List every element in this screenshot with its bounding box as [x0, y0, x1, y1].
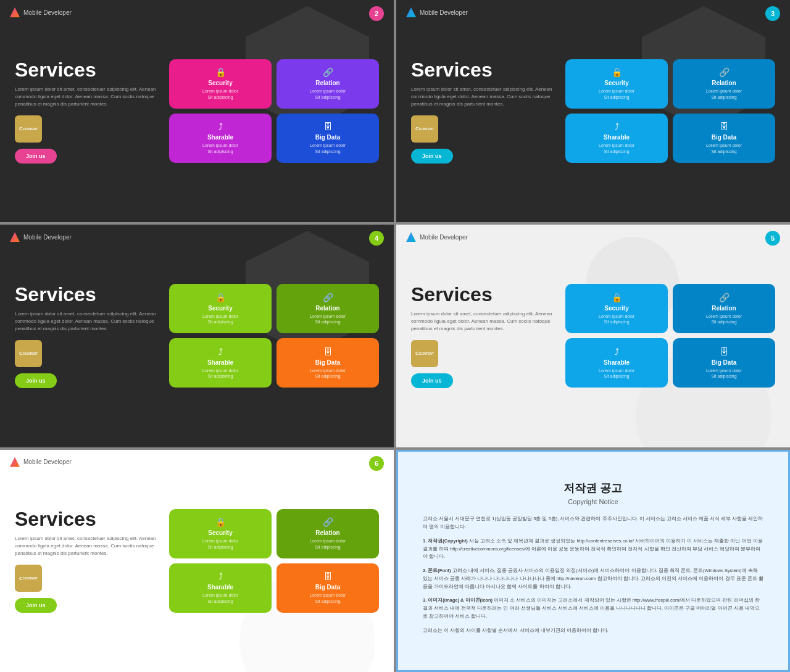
slide-title-5: Services — [15, 508, 157, 530]
card-bigdata-1: 🗄 Big Data Lorem ipsum dolorSit adipisci… — [276, 114, 379, 163]
logo-area-2: Mobile Developer — [406, 7, 468, 17]
card-desc-security-1: Lorem ipsum dolorSit adipiscing — [202, 88, 238, 101]
join-btn-3[interactable]: Join us — [15, 373, 57, 388]
slide-num-3: 4 — [369, 231, 384, 246]
data-icon-3: 🗄 — [323, 347, 332, 357]
card-desc-security-3: Lorem ipsum dolorSit adipiscing — [202, 313, 238, 326]
copyright-section-outro: 고려소는 이 사항의 사이를 사항별 순서에서 서비스에 내부기관의 이용하여야… — [423, 627, 763, 635]
card-sharable-4: ⤴ Sharable Lorem ipsum dolorSit adipisci… — [565, 338, 668, 388]
link-icon-4: 🔗 — [719, 292, 730, 302]
share-icon-4: ⤴ — [615, 347, 619, 357]
copyright-section-3: 3. 이미지(Image) & 아이콘(Icon) 이미지 소 서비스의 이미지… — [423, 597, 763, 620]
card-relation-1: 🔗 Relation Lorem ipsum dolorSit adipisci… — [276, 59, 379, 109]
copyright-section-2: 2. 폰트(Font) 고려소 내에 서비스, 집중 공료사 서비스의 이용일정… — [423, 567, 763, 591]
card-security-2: 🔒 Security Lorem ipsum dolorSit adipisci… — [565, 59, 668, 109]
logo-text-2: Mobile Developer — [420, 9, 468, 16]
link-icon-2: 🔗 — [719, 67, 730, 77]
slide-2: Mobile Developer 3 Services Lorem ipsum … — [396, 0, 790, 222]
slide-title-4: Services — [411, 284, 553, 305]
content-logo-2: CCONTENT — [411, 115, 438, 143]
data-icon-5: 🗄 — [323, 571, 332, 581]
logo-icon-2 — [406, 7, 416, 17]
card-desc-sharable-2: Lorem ipsum dolorSit adipiscing — [599, 143, 634, 155]
share-icon-3: ⤴ — [218, 347, 223, 357]
card-bigdata-2: 🗄 Big Data Lorem ipsum dolorSit adipisci… — [673, 114, 775, 163]
slide-title-2: Services — [411, 59, 553, 81]
card-desc-bigdata-3: Lorem ipsum dolorSit adipiscing — [310, 368, 346, 380]
card-title-sharable-3: Sharable — [207, 359, 233, 366]
card-title-bigdata-2: Big Data — [712, 134, 737, 141]
card-title-relation-1: Relation — [315, 80, 339, 86]
slide-copyright: 저작권 공고 Copyright Notice 고려소 서울시 서대문구 연천로… — [396, 450, 790, 672]
logo-icon-5 — [10, 457, 20, 467]
link-icon-5: 🔗 — [323, 517, 333, 527]
card-title-relation-3: Relation — [315, 305, 339, 312]
card-title-security-5: Security — [208, 529, 232, 536]
card-bigdata-4: 🗄 Big Data Lorem ipsum dolorSit adipisci… — [673, 338, 775, 388]
card-desc-bigdata-5: Lorem ipsum dolorSit adipiscing — [310, 592, 346, 605]
content-logo-1: CCONTENT — [15, 115, 42, 143]
slide-title-3: Services — [15, 284, 157, 305]
card-title-sharable-5: Sharable — [207, 584, 233, 591]
slide-3: Mobile Developer 4 Services Lorem ipsum … — [0, 225, 394, 447]
card-desc-bigdata-4: Lorem ipsum dolorSit adipiscing — [706, 368, 742, 380]
card-relation-3: 🔗 Relation Lorem ipsum dolorSit adipisci… — [276, 284, 379, 333]
text-area-5: Services Lorem ipsum dolor sit amet, con… — [15, 508, 157, 613]
card-title-bigdata-5: Big Data — [315, 584, 341, 591]
slide-desc-2: Lorem ipsum dolor sit amet, consectetuer… — [411, 86, 553, 108]
lock-icon-5: 🔒 — [215, 517, 226, 527]
logo-area-3: Mobile Developer — [10, 232, 72, 242]
logo-text-4: Mobile Developer — [420, 234, 468, 241]
card-sharable-2: ⤴ Sharable Lorem ipsum dolorSit adipisci… — [565, 114, 668, 163]
share-icon-5: ⤴ — [218, 571, 223, 581]
text-area-3: Services Lorem ipsum dolor sit amet, con… — [15, 284, 157, 388]
join-btn-5[interactable]: Join us — [15, 598, 57, 613]
card-bigdata-5: 🗄 Big Data Lorem ipsum dolorSit adipisci… — [276, 563, 379, 613]
lock-icon-4: 🔒 — [612, 292, 622, 302]
card-desc-security-5: Lorem ipsum dolorSit adipiscing — [202, 538, 238, 550]
join-btn-4[interactable]: Join us — [411, 373, 453, 388]
card-bigdata-3: 🗄 Big Data Lorem ipsum dolorSit adipisci… — [276, 338, 379, 388]
content-logo-4: CCONTENT — [411, 340, 438, 367]
copyright-body: 고려소 서울시 서대문구 연천로 1(상암동 공암빌딩 3층 및 5층), 서비… — [423, 515, 763, 641]
card-security-4: 🔒 Security Lorem ipsum dolorSit adipisci… — [565, 284, 668, 333]
card-security-1: 🔒 Security Lorem ipsum dolorSit adipisci… — [169, 59, 272, 109]
lock-icon-1: 🔒 — [215, 67, 226, 77]
card-title-sharable-2: Sharable — [604, 134, 630, 141]
card-desc-sharable-1: Lorem ipsum dolorSit adipiscing — [202, 143, 238, 155]
cards-grid-4: 🔒 Security Lorem ipsum dolorSit adipisci… — [565, 284, 775, 388]
slide-num-5: 6 — [369, 456, 384, 471]
card-title-bigdata-3: Big Data — [315, 359, 341, 366]
join-btn-2[interactable]: Join us — [411, 149, 453, 164]
link-icon-1: 🔗 — [323, 67, 333, 77]
text-area-4: Services Lorem ipsum dolor sit amet, con… — [411, 284, 553, 388]
copyright-section-intro: 고려소 서울시 서대문구 연천로 1(상암동 공암빌딩 3층 및 5층), 서비… — [423, 515, 763, 531]
card-security-3: 🔒 Security Lorem ipsum dolorSit adipisci… — [169, 284, 272, 333]
content-logo-3: CCONTENT — [15, 340, 42, 367]
slide-num-2: 3 — [765, 6, 780, 21]
cards-grid-1: 🔒 Security Lorem ipsum dolorSit adipisci… — [169, 59, 379, 163]
cards-grid-2: 🔒 Security Lorem ipsum dolorSit adipisci… — [565, 59, 775, 163]
card-sharable-3: ⤴ Sharable Lorem ipsum dolorSit adipisci… — [169, 338, 272, 388]
card-desc-relation-4: Lorem ipsum dolorSit adipiscing — [706, 313, 742, 326]
slide-desc-5: Lorem ipsum dolor sit amet, consectetuer… — [15, 535, 157, 557]
card-desc-security-2: Lorem ipsum dolorSit adipiscing — [599, 88, 634, 101]
card-title-relation-5: Relation — [315, 529, 339, 536]
copyright-title: 저작권 공고 — [423, 481, 763, 496]
share-icon-2: ⤴ — [615, 122, 619, 131]
link-icon-3: 🔗 — [323, 292, 333, 302]
card-relation-5: 🔗 Relation Lorem ipsum dolorSit adipisci… — [276, 509, 379, 558]
logo-icon-3 — [10, 232, 20, 242]
slide-4: Mobile Developer 5 Services Lorem ipsum … — [396, 225, 790, 447]
card-title-relation-4: Relation — [712, 305, 736, 312]
card-desc-relation-1: Lorem ipsum dolorSit adipiscing — [310, 88, 346, 101]
card-desc-sharable-3: Lorem ipsum dolorSit adipiscing — [202, 368, 238, 380]
card-sharable-5: ⤴ Sharable Lorem ipsum dolorSit adipisci… — [169, 563, 272, 613]
card-desc-bigdata-1: Lorem ipsum dolorSit adipiscing — [310, 143, 346, 155]
slide-desc-4: Lorem ipsum dolor sit amet, consectetuer… — [411, 310, 553, 333]
join-btn-1[interactable]: Join us — [15, 149, 57, 164]
content-logo-5: CCONTENT — [15, 565, 42, 592]
card-title-security-2: Security — [604, 80, 628, 86]
card-desc-sharable-5: Lorem ipsum dolorSit adipiscing — [202, 592, 238, 605]
logo-icon-4 — [406, 232, 416, 242]
